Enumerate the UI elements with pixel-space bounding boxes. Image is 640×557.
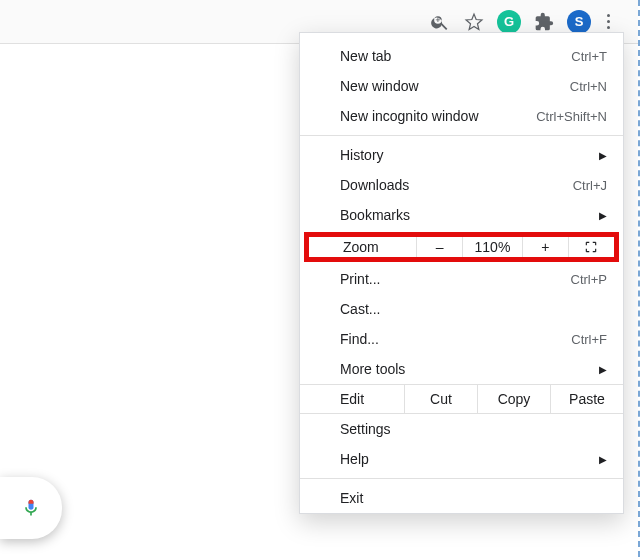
menu-item-cast[interactable]: Cast... <box>300 294 623 324</box>
shortcut-text: Ctrl+N <box>570 79 607 94</box>
menu-label: Bookmarks <box>340 207 589 223</box>
menu-item-bookmarks[interactable]: Bookmarks ▶ <box>300 200 623 230</box>
kebab-menu-icon[interactable] <box>603 10 614 33</box>
menu-item-history[interactable]: History ▶ <box>300 140 623 170</box>
cut-button[interactable]: Cut <box>404 385 477 413</box>
menu-label: More tools <box>340 361 589 377</box>
menu-item-new-window[interactable]: New window Ctrl+N <box>300 71 623 101</box>
menu-label: Downloads <box>340 177 573 193</box>
menu-item-new-incognito[interactable]: New incognito window Ctrl+Shift+N <box>300 101 623 131</box>
menu-item-downloads[interactable]: Downloads Ctrl+J <box>300 170 623 200</box>
chrome-main-menu: New tab Ctrl+T New window Ctrl+N New inc… <box>299 32 624 514</box>
menu-label: New window <box>340 78 570 94</box>
bookmark-star-icon[interactable] <box>463 11 485 33</box>
menu-item-exit[interactable]: Exit <box>300 483 623 513</box>
shortcut-text: Ctrl+J <box>573 178 607 193</box>
menu-item-help[interactable]: Help ▶ <box>300 444 623 474</box>
extensions-icon[interactable] <box>533 11 555 33</box>
zoom-level-text: 110% <box>463 237 523 257</box>
menu-label: New incognito window <box>340 108 536 124</box>
microphone-icon <box>21 498 41 518</box>
copy-button[interactable]: Copy <box>477 385 550 413</box>
zoom-label: Zoom <box>309 237 417 257</box>
menu-item-more-tools[interactable]: More tools ▶ <box>300 354 623 384</box>
menu-item-settings[interactable]: Settings <box>300 414 623 444</box>
grammarly-extension-icon[interactable]: G <box>497 10 521 34</box>
voice-search-button[interactable] <box>0 477 62 539</box>
menu-label: Find... <box>340 331 571 347</box>
menu-item-print[interactable]: Print... Ctrl+P <box>300 264 623 294</box>
submenu-arrow-icon: ▶ <box>599 150 607 161</box>
menu-item-new-tab[interactable]: New tab Ctrl+T <box>300 41 623 71</box>
menu-item-zoom: Zoom – 110% + <box>304 232 619 262</box>
submenu-arrow-icon: ▶ <box>599 210 607 221</box>
submenu-arrow-icon: ▶ <box>599 454 607 465</box>
menu-item-edit: Edit Cut Copy Paste <box>300 384 623 414</box>
menu-label: Settings <box>340 421 607 437</box>
submenu-arrow-icon: ▶ <box>599 364 607 375</box>
zoom-indicator-icon[interactable] <box>429 11 451 33</box>
paste-button[interactable]: Paste <box>550 385 623 413</box>
menu-label: Cast... <box>340 301 607 317</box>
shortcut-text: Ctrl+T <box>571 49 607 64</box>
separator <box>300 135 623 136</box>
menu-label: History <box>340 147 589 163</box>
zoom-out-button[interactable]: – <box>417 237 463 257</box>
menu-label: Print... <box>340 271 571 287</box>
fullscreen-button[interactable] <box>569 237 614 257</box>
fullscreen-icon <box>584 240 598 254</box>
menu-label: Help <box>340 451 589 467</box>
zoom-in-button[interactable]: + <box>523 237 569 257</box>
separator <box>300 478 623 479</box>
profile-avatar[interactable]: S <box>567 10 591 34</box>
menu-label: Exit <box>340 490 607 506</box>
menu-label: New tab <box>340 48 571 64</box>
shortcut-text: Ctrl+Shift+N <box>536 109 607 124</box>
menu-item-find[interactable]: Find... Ctrl+F <box>300 324 623 354</box>
shortcut-text: Ctrl+P <box>571 272 607 287</box>
edit-label: Edit <box>300 391 404 407</box>
shortcut-text: Ctrl+F <box>571 332 607 347</box>
